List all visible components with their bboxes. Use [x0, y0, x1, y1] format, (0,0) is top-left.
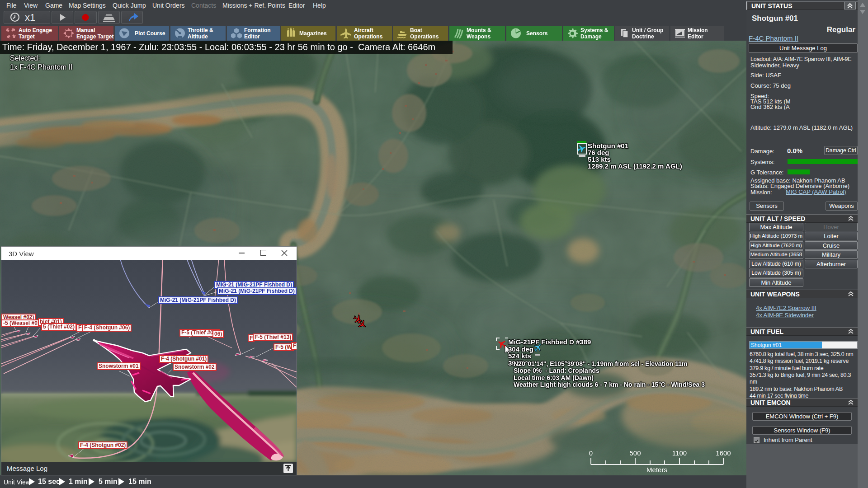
svg-text:x1: x1 — [25, 12, 35, 23]
svg-text:Meters: Meters — [646, 466, 667, 474]
svg-text:500: 500 — [629, 449, 641, 457]
svg-text:1600: 1600 — [716, 449, 731, 457]
svg-text:1100: 1100 — [672, 449, 687, 457]
svg-text:0: 0 — [589, 449, 593, 457]
